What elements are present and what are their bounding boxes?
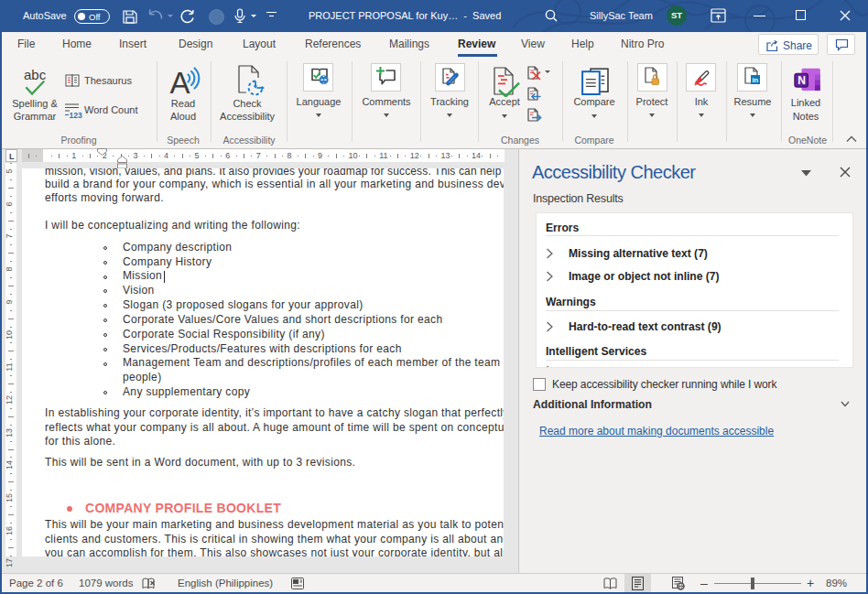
svg-text:A: A (170, 66, 190, 97)
svg-text:N: N (797, 74, 806, 87)
svg-text:123: 123 (70, 111, 82, 119)
svg-text:in: in (753, 76, 759, 84)
svg-text:abc: abc (24, 67, 47, 82)
